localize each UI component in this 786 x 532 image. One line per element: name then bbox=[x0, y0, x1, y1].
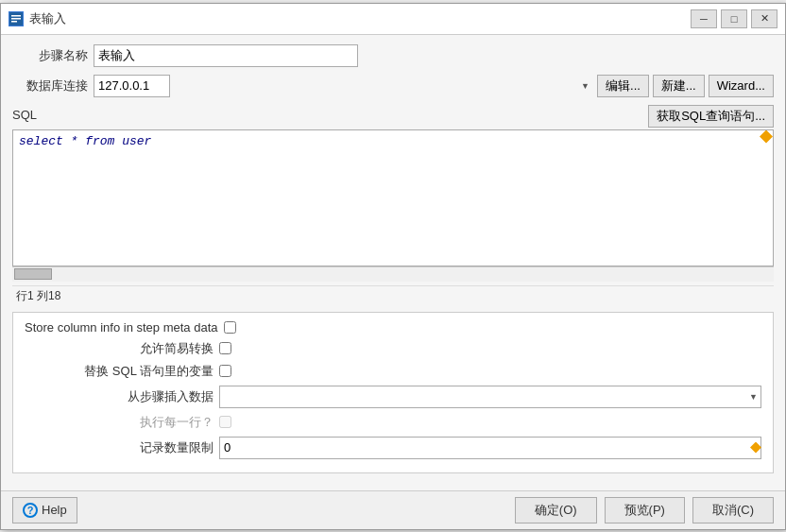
sql-label: SQL bbox=[12, 108, 37, 122]
execute-each-row: 执行每一行？ bbox=[25, 414, 761, 431]
sql-section: SQL 获取SQL查询语句... select * from user bbox=[12, 105, 774, 282]
help-label: Help bbox=[42, 503, 67, 517]
replace-vars-checkbox[interactable] bbox=[219, 365, 231, 377]
titlebar: 表输入 ─ □ ✕ bbox=[1, 4, 785, 35]
confirm-button[interactable]: 确定(O) bbox=[515, 497, 597, 523]
help-button[interactable]: ? Help bbox=[12, 497, 77, 523]
svg-rect-3 bbox=[11, 21, 17, 23]
sql-editor-wrapper: select * from user bbox=[12, 129, 774, 266]
close-button[interactable]: ✕ bbox=[751, 9, 777, 28]
step-name-input[interactable] bbox=[94, 44, 358, 67]
replace-vars-row: 替换 SQL 语句里的变量 bbox=[25, 363, 761, 380]
main-content: 步骤名称 数据库连接 127.0.0.1 编辑... 新建... Wizard.… bbox=[1, 35, 785, 490]
titlebar-left: 表输入 bbox=[9, 10, 66, 27]
bottom-bar: ? Help 确定(O) 预览(P) 取消(C) bbox=[1, 490, 785, 529]
allow-simple-row: 允许简易转换 bbox=[25, 340, 761, 357]
replace-vars-label: 替换 SQL 语句里的变量 bbox=[25, 363, 214, 380]
svg-rect-1 bbox=[11, 15, 21, 17]
window-title: 表输入 bbox=[29, 10, 66, 27]
step-name-row: 步骤名称 bbox=[12, 44, 774, 67]
status-bar: 行1 列18 bbox=[12, 285, 774, 306]
execute-each-label: 执行每一行？ bbox=[25, 414, 214, 431]
db-select-container: 127.0.0.1 bbox=[94, 75, 593, 97]
from-step-select-wrapper bbox=[219, 386, 761, 408]
allow-simple-checkbox[interactable] bbox=[219, 342, 231, 354]
main-window: 表输入 ─ □ ✕ 步骤名称 数据库连接 127.0.0.1 编辑... bbox=[0, 3, 786, 530]
from-step-label: 从步骤插入数据 bbox=[25, 388, 214, 405]
get-sql-button[interactable]: 获取SQL查询语句... bbox=[648, 105, 774, 128]
record-limit-row: 记录数量限制 bbox=[25, 437, 761, 459]
record-limit-input[interactable] bbox=[219, 437, 761, 459]
maximize-button[interactable]: □ bbox=[721, 9, 747, 28]
db-connection-label: 数据库连接 bbox=[12, 77, 88, 94]
svg-rect-2 bbox=[11, 18, 21, 20]
db-connection-select[interactable]: 127.0.0.1 bbox=[94, 75, 170, 97]
sql-editor[interactable]: select * from user bbox=[13, 130, 773, 263]
record-limit-wrapper bbox=[219, 437, 761, 459]
scrollbar-thumb[interactable] bbox=[14, 268, 52, 280]
wizard-button[interactable]: Wizard... bbox=[709, 75, 774, 97]
store-column-row: Store column info in step meta data bbox=[25, 320, 761, 335]
db-connection-row: 数据库连接 127.0.0.1 编辑... 新建... Wizard... bbox=[12, 75, 774, 97]
execute-each-checkbox[interactable] bbox=[219, 416, 231, 428]
store-column-checkbox[interactable] bbox=[224, 321, 236, 334]
cursor-position: 行1 列18 bbox=[16, 289, 60, 302]
options-section: Store column info in step meta data 允许简易… bbox=[12, 312, 774, 473]
step-name-label: 步骤名称 bbox=[12, 47, 88, 64]
new-button[interactable]: 新建... bbox=[653, 75, 705, 97]
db-select-wrapper: 127.0.0.1 编辑... 新建... Wizard... bbox=[94, 75, 774, 97]
allow-simple-label: 允许简易转换 bbox=[25, 340, 214, 357]
help-icon: ? bbox=[23, 503, 38, 518]
preview-button[interactable]: 预览(P) bbox=[605, 497, 685, 523]
from-step-row: 从步骤插入数据 bbox=[25, 386, 761, 408]
minimize-button[interactable]: ─ bbox=[691, 9, 717, 28]
titlebar-controls: ─ □ ✕ bbox=[691, 9, 777, 28]
store-column-label: Store column info in step meta data bbox=[25, 320, 218, 335]
edit-button[interactable]: 编辑... bbox=[597, 75, 649, 97]
horizontal-scrollbar[interactable] bbox=[12, 266, 774, 282]
cancel-button[interactable]: 取消(C) bbox=[692, 497, 774, 523]
from-step-select[interactable] bbox=[219, 386, 761, 408]
window-icon bbox=[9, 11, 24, 26]
record-limit-label: 记录数量限制 bbox=[25, 439, 214, 456]
